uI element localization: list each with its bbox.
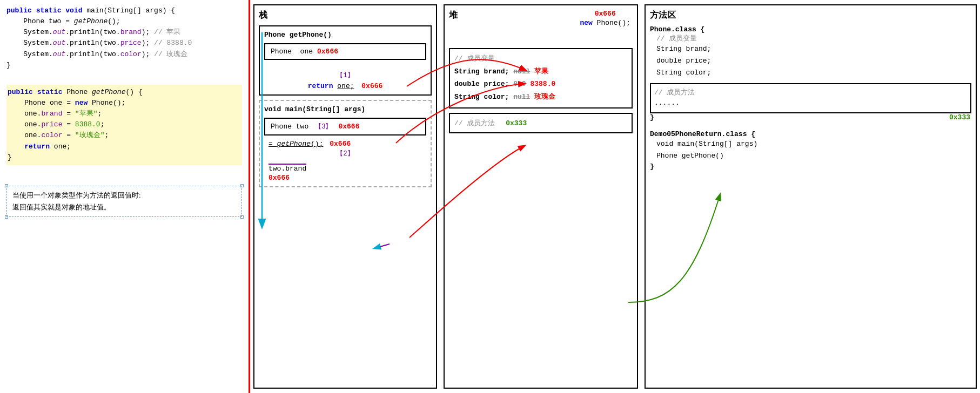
corner-dot-bl: [5, 215, 8, 219]
corner-dot-tl: [5, 184, 8, 187]
comment2: // 8388.0: [154, 39, 192, 47]
code-line: System.out.println(two.price); // 8388.0: [6, 38, 242, 49]
return-keyword: return: [308, 82, 333, 90]
heap-method-addr: 0x333: [506, 119, 527, 127]
comment: // 苹果: [154, 28, 180, 36]
main-container: public static void main(String[] args) {…: [0, 0, 980, 393]
note-line1: 当使用一个对象类型作为方法的返回值时:: [12, 189, 236, 201]
bracket1-label: 【1】: [264, 71, 426, 80]
phone-brand-field: String brand;: [656, 43, 971, 55]
heap-method-comment: // 成员方法: [454, 119, 495, 127]
demo-class-block: Demo05PhoneReturn.class { void main(Stri…: [650, 130, 971, 170]
phone-one-label: Phone one: [271, 48, 313, 56]
phone-price-field: double price;: [656, 55, 971, 67]
field-out2: out: [53, 39, 65, 47]
eq-addr: 0x666: [330, 140, 351, 148]
method-addr-0x333: 0x333: [949, 113, 970, 121]
keyword-static: static: [36, 6, 62, 15]
getphone-method-block: public static Phone getPhone() { Phone o…: [6, 85, 242, 165]
get-phone-frame-title: Phone getPhone(): [264, 31, 426, 39]
code-line: public static void main(String[] args) {: [6, 5, 242, 16]
brand-new: 苹果: [534, 67, 548, 76]
field-color: color: [120, 50, 142, 58]
heap-panel: 堆 0x666 new Phone(); // 成员变量 String bran…: [444, 4, 638, 389]
keyword-new: new: [75, 99, 88, 107]
heap-methods: // 成员方法 0x333: [449, 113, 633, 133]
field-color2: color: [41, 131, 62, 139]
phone-class-close: }: [650, 113, 971, 121]
str-apple: "苹果": [75, 110, 98, 118]
heap-brand: String brand; null 苹果: [454, 65, 627, 78]
panels-container: 栈 Phone getPhone() Phone one 0x666 【1】 r…: [250, 0, 980, 393]
keyword-public2: public: [8, 88, 33, 96]
two-addr: 0x666: [338, 123, 359, 131]
one-addr: 0x666: [317, 48, 338, 56]
heap-color: String color; null 玫瑰金: [454, 91, 627, 103]
str-color: "玫瑰金": [75, 131, 105, 139]
code-panel: public static void main(String[] args) {…: [0, 0, 249, 393]
heap-price: double price; 0.0 8388.0: [454, 78, 627, 90]
demo-class-close: }: [650, 162, 971, 171]
method-addr-area: 0x333: [949, 113, 970, 121]
num-price: 8388.0: [75, 120, 100, 128]
heap-object: // 成员变量 String brand; null 苹果 double pri…: [449, 48, 633, 109]
field-brand: brand: [120, 28, 142, 36]
new-keyword: new: [580, 19, 592, 27]
phone-class-block: Phone.class { // 成员变量 String brand; doub…: [650, 25, 971, 121]
color-old: null: [513, 93, 530, 101]
field-out: out: [53, 28, 65, 36]
stack-title: 栈: [259, 10, 432, 21]
method-getphone: getPhone: [92, 88, 125, 96]
main-frame-title: void main(String[] args): [264, 105, 426, 113]
keyword-void: void: [65, 6, 82, 15]
return-addr: 0x666: [361, 82, 382, 90]
two-brand-addr: 0x666: [269, 174, 290, 182]
comment3: // 玫瑰金: [154, 50, 187, 58]
bracket3-label: 【3】: [315, 122, 332, 131]
field-brand2: brand: [41, 110, 62, 118]
phone-one-box: Phone one 0x666: [264, 43, 426, 60]
code-line: return one;: [8, 141, 241, 152]
method-title: 方法区: [650, 10, 971, 21]
color-new: 玫瑰金: [534, 93, 555, 101]
phone-color-field: String color;: [656, 67, 971, 79]
keyword-public: public: [6, 6, 32, 15]
new-phone-label: new Phone();: [580, 19, 630, 27]
keyword-static2: static: [37, 88, 63, 96]
corner-dot-tr: [240, 184, 244, 187]
code-line: one.color = "玫瑰金";: [8, 130, 241, 141]
red-divider: [249, 0, 250, 393]
phone-comment2: // 成员方法: [654, 87, 967, 97]
brand-old: null: [513, 67, 530, 76]
phone-class-body: // 成员变量 String brand; double price; Stri…: [650, 33, 971, 79]
phone-method-dots: ......: [654, 97, 967, 109]
price-new: 8388.0: [530, 80, 555, 88]
bracket2-label: 【2】: [337, 150, 353, 158]
eq-getphone: = getPhone();: [269, 140, 323, 148]
code-line: System.out.println(two.color); // 玫瑰金: [6, 49, 242, 60]
code-line: Phone two = getPhone();: [6, 16, 242, 27]
demo-getphone-method: Phone getPhone(): [656, 150, 971, 162]
phone-comment1: // 成员变量: [656, 33, 971, 43]
corner-dot-br: [240, 215, 244, 219]
phone-two-label: Phone two: [271, 123, 308, 131]
field-price: price: [120, 39, 142, 47]
heap-comment: // 成员变量: [454, 53, 627, 63]
phone-class-name: Phone.class {: [650, 25, 971, 33]
return-one: one;: [337, 82, 354, 90]
main-frame: void main(String[] args) Phone two 【3】 0…: [259, 100, 432, 187]
code-line: one.brand = "苹果";: [8, 109, 241, 119]
new-phone-area: 0x666 new Phone();: [580, 10, 630, 27]
main-method-block: public static void main(String[] args) {…: [6, 5, 242, 71]
phone-method-body: // 成员方法 ......: [650, 83, 971, 113]
method-call: getPhone: [74, 17, 108, 25]
demo-main-method: void main(String[] args): [656, 138, 971, 150]
demo-class-body: void main(String[] args) Phone getPhone(…: [650, 138, 971, 162]
get-phone-frame: Phone getPhone() Phone one 0x666 【1】 ret…: [259, 25, 432, 96]
code-line: Phone one = new Phone();: [8, 98, 241, 109]
note-box: 当使用一个对象类型作为方法的返回值时: 返回值其实就是对象的地址值。: [6, 186, 242, 217]
code-line-close2: }: [8, 152, 241, 163]
code-line-close: }: [6, 60, 242, 71]
demo-class-name: Demo05PhoneReturn.class {: [650, 130, 971, 138]
price-old: 0.0: [513, 80, 526, 88]
